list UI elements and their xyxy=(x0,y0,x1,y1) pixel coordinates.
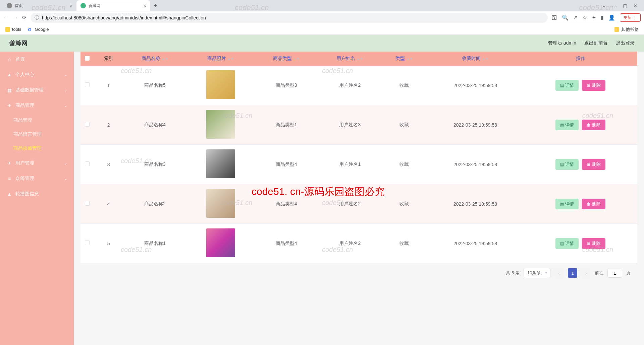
detail-button[interactable]: ▤详情 xyxy=(555,199,579,209)
sidebar-sub-product-msg[interactable]: 商品留言管理 xyxy=(13,127,74,141)
col-index: 索引 xyxy=(94,52,123,66)
content-area: code51. cn-源码乐园盗图必究 code51.cn code51.cn … xyxy=(74,52,644,345)
col-product-type[interactable]: 商品类型▲▼ xyxy=(255,52,318,66)
info-icon: ⓘ xyxy=(35,15,39,21)
delete-button[interactable]: 🗑删除 xyxy=(582,199,605,209)
close-window-icon[interactable]: ✕ xyxy=(633,3,637,8)
detail-icon: ▤ xyxy=(560,162,564,167)
close-icon[interactable]: × xyxy=(144,3,146,8)
col-product-photo[interactable]: 商品照片▲▼ xyxy=(187,52,255,66)
sort-icon[interactable]: ▲▼ xyxy=(162,58,168,60)
trash-icon: 🗑 xyxy=(587,241,591,246)
sort-icon[interactable]: ▲▼ xyxy=(406,58,413,60)
sidebar-item-product[interactable]: ✈ 商品管理 ⌄ xyxy=(0,98,74,113)
next-page-button[interactable]: › xyxy=(581,268,591,278)
sidebar-item-carousel[interactable]: ▲ 轮播图信息 xyxy=(0,186,74,202)
panel-icon[interactable]: ▮ xyxy=(601,14,604,21)
detail-button[interactable]: ▤详情 xyxy=(555,80,579,91)
cell-product-photo xyxy=(187,224,255,263)
zoom-icon[interactable]: 🔍 xyxy=(562,14,569,21)
table-row: 1 商品名称5 商品类型3 用户姓名2 收藏 2022-03-25 19:59:… xyxy=(80,66,637,105)
select-all-checkbox[interactable] xyxy=(85,56,90,61)
star-icon[interactable]: ☆ xyxy=(582,14,587,21)
sidebar-item-personal[interactable]: ▲ 个人中心 ⌄ xyxy=(0,67,74,82)
cell-index: 3 xyxy=(94,145,123,184)
home-icon: ⌂ xyxy=(7,57,12,62)
delete-button[interactable]: 🗑删除 xyxy=(582,120,605,130)
cell-time: 2022-03-25 19:59:58 xyxy=(427,66,524,105)
cell-action: ▤详情 🗑删除 xyxy=(524,184,637,224)
col-product-name[interactable]: 商品名称▲▼ xyxy=(123,52,187,66)
close-icon[interactable]: × xyxy=(70,3,72,8)
sidebar-sub-product-collect[interactable]: 商品收藏管理 xyxy=(13,141,74,155)
cell-product-photo xyxy=(187,145,255,184)
sidebar-item-home[interactable]: ⌂ 首页 xyxy=(0,52,74,67)
product-thumbnail[interactable] xyxy=(206,110,235,139)
sidebar-item-basedata[interactable]: ▦ 基础数据管理 ⌄ xyxy=(0,82,74,98)
bookmark-tools[interactable]: tools xyxy=(5,27,21,32)
logout-link[interactable]: 退出登录 xyxy=(616,40,635,46)
page-size-select[interactable]: 10条/页 xyxy=(524,268,550,278)
sidebar-item-user[interactable]: ✈ 用户管理 ⌄ xyxy=(0,155,74,171)
goto-page-input[interactable] xyxy=(607,269,622,278)
sort-icon[interactable]: ▲▼ xyxy=(482,58,489,60)
bookmark-other[interactable]: 其他书签 xyxy=(614,26,639,32)
sidebar-sub-product-mgmt[interactable]: 商品管理 xyxy=(13,113,74,127)
share-icon[interactable]: ↗ xyxy=(573,14,578,21)
sidebar-item-crowd[interactable]: ≡ 众筹管理 ⌄ xyxy=(0,171,74,186)
chevron-down-icon[interactable]: ⌄ xyxy=(602,3,606,8)
sort-icon[interactable]: ▲▼ xyxy=(227,58,234,60)
back-icon[interactable]: ← xyxy=(3,15,9,21)
maximize-icon[interactable]: ▢ xyxy=(623,3,627,8)
folder-icon xyxy=(614,27,619,32)
browser-tab-home[interactable]: 首页 × xyxy=(3,0,76,11)
update-button[interactable]: 更新⋮ xyxy=(620,13,641,22)
cell-type: 收藏 xyxy=(382,145,427,184)
url-input[interactable]: ⓘ http://localhost:8080/shanchouwang/adm… xyxy=(31,13,548,23)
detail-button[interactable]: ▤详情 xyxy=(555,120,579,130)
profile-icon[interactable]: 👤 xyxy=(608,14,615,21)
cell-action: ▤详情 🗑删除 xyxy=(524,66,637,105)
extension-icon[interactable]: ✦ xyxy=(592,14,596,21)
delete-button[interactable]: 🗑删除 xyxy=(582,80,605,91)
bookmark-google[interactable]: G Google xyxy=(28,27,49,32)
prev-page-button[interactable]: ‹ xyxy=(554,268,564,278)
detail-button[interactable]: ▤详情 xyxy=(555,159,579,170)
forward-icon[interactable]: → xyxy=(13,15,18,21)
exit-front-link[interactable]: 退出到前台 xyxy=(584,40,608,46)
cell-user-name: 用户姓名3 xyxy=(318,105,382,145)
row-checkbox[interactable] xyxy=(85,161,90,166)
col-action: 操作 xyxy=(524,52,637,66)
row-checkbox[interactable] xyxy=(85,201,90,206)
row-checkbox[interactable] xyxy=(85,82,90,87)
total-label: 共 5 条 xyxy=(506,270,519,276)
cell-product-type: 商品类型4 xyxy=(255,224,318,263)
col-collect-time[interactable]: 收藏时间▲▼ xyxy=(427,52,524,66)
reload-icon[interactable]: ⟳ xyxy=(22,14,26,21)
sort-icon[interactable]: ▲▼ xyxy=(357,58,363,60)
product-thumbnail[interactable] xyxy=(206,149,235,178)
detail-button[interactable]: ▤详情 xyxy=(555,238,579,249)
vue-icon xyxy=(80,3,86,8)
cell-action: ▤详情 🗑删除 xyxy=(524,224,637,263)
cell-time: 2022-03-25 19:59:58 xyxy=(427,145,524,184)
col-type[interactable]: 类型▲▼ xyxy=(382,52,427,66)
product-thumbnail[interactable] xyxy=(206,228,235,257)
key-icon[interactable]: ⚿ xyxy=(552,15,557,21)
admin-label[interactable]: 管理员 admin xyxy=(548,40,576,46)
product-thumbnail[interactable] xyxy=(206,70,235,99)
col-user-name[interactable]: 用户姓名▲▼ xyxy=(318,52,382,66)
minimize-icon[interactable]: — xyxy=(612,3,617,8)
delete-button[interactable]: 🗑删除 xyxy=(582,159,605,170)
send-icon: ✈ xyxy=(7,160,12,166)
row-checkbox[interactable] xyxy=(85,122,90,127)
delete-button[interactable]: 🗑删除 xyxy=(582,238,605,249)
trash-icon: 🗑 xyxy=(587,123,591,127)
sort-icon[interactable]: ▲▼ xyxy=(293,58,300,60)
row-checkbox[interactable] xyxy=(85,240,90,245)
product-thumbnail[interactable] xyxy=(206,189,235,218)
cell-product-type: 商品类型1 xyxy=(255,105,318,145)
browser-tab-app[interactable]: 善筹网 × xyxy=(76,0,150,11)
page-number-1[interactable]: 1 xyxy=(568,268,577,278)
new-tab-button[interactable]: + xyxy=(150,2,161,9)
